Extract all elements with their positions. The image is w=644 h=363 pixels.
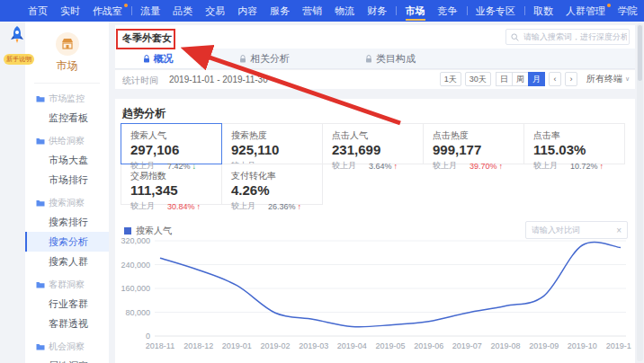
change-percent: 39.70% — [470, 162, 497, 171]
nav-item-7[interactable]: 服务 — [264, 0, 296, 22]
metric-card-1[interactable]: 搜索热度925,110较上月26.17%↑ — [221, 123, 323, 164]
sidebar-group-header-0[interactable]: 市场监控 — [25, 85, 109, 108]
sidebar-item[interactable]: 搜索人群 — [25, 252, 109, 271]
sidebar-item[interactable]: 客群透视 — [25, 314, 109, 333]
nav-item-5[interactable]: 交易 — [199, 0, 231, 22]
sidebar-group-header-1[interactable]: 供给洞察 — [25, 128, 109, 150]
x-axis-tick: 2019-02 — [260, 341, 290, 350]
nav-item-14[interactable]: 取数 — [527, 0, 559, 22]
x-axis-tick: 2019-05 — [375, 341, 405, 350]
date-filter-row: 统计时间 2019-11-01 - 2019-11-30 1天 30天 日周月 … — [115, 69, 635, 89]
range-30day-button[interactable]: 30天 — [465, 72, 491, 86]
y-axis-tick: 80,000 — [125, 308, 150, 317]
sidebar: 市场 市场监控监控看板供给洞察市场大盘市场排行搜索洞察搜索排行搜索分析搜索人群客… — [25, 22, 109, 363]
nav-item-label: 服务 — [270, 5, 290, 16]
compare-label: 较上月 — [130, 160, 155, 172]
nav-item-12[interactable]: 竞争 — [432, 0, 464, 22]
nav-item-label: 学院 — [618, 5, 638, 16]
metric-card-0[interactable]: 搜索人气297,106较上月7.42%↓ — [121, 123, 222, 164]
metric-card-6[interactable]: 支付转化率4.26%较上月26.36%↑ — [221, 164, 323, 205]
search-input[interactable] — [522, 31, 629, 42]
terminal-label: 所有终端 — [586, 73, 622, 85]
time-label: 统计时间 — [122, 75, 158, 87]
sidebar-group-header-2[interactable]: 搜索洞察 — [25, 190, 109, 212]
date-controls: 1天 30天 日周月 ‹ › 所有终端 ∨ — [436, 72, 630, 86]
series-line — [160, 242, 621, 326]
analyzed-keyword: 冬季外套女 — [122, 31, 172, 45]
x-axis-tick: 2019-10 — [568, 341, 597, 350]
sidebar-item[interactable]: 行业客群 — [25, 294, 109, 314]
sidebar-item[interactable]: 属性洞察 — [25, 356, 109, 363]
metric-compare: 较上月3.64%↑ — [332, 160, 423, 172]
sidebar-item[interactable]: 搜索分析 — [25, 232, 109, 252]
nav-item-label: 财务 — [367, 5, 387, 16]
metric-cards: 搜索人气297,106较上月7.42%↓搜索热度925,110较上月26.17%… — [121, 123, 628, 206]
sidebar-item[interactable]: 市场排行 — [25, 170, 109, 190]
nav-item-1[interactable]: 实时 — [54, 0, 86, 22]
metric-value: 231,699 — [332, 143, 423, 157]
metric-name: 点击热度 — [433, 129, 523, 142]
granularity-button-2[interactable]: 月 — [528, 72, 545, 86]
y-axis-tick: 240,000 — [121, 261, 150, 270]
compare-label: 较上月 — [231, 200, 255, 212]
compare-word-input[interactable] — [526, 225, 616, 235]
metric-card-3[interactable]: 点击热度999,177较上月39.70%↑ — [423, 123, 524, 164]
nav-item-15[interactable]: 人群管理 — [559, 0, 612, 22]
nav-item-0[interactable]: 首页 — [22, 0, 54, 22]
nav-item-4[interactable]: 品类 — [166, 0, 199, 22]
scrollbar[interactable] — [637, 23, 643, 361]
keyword-search-box[interactable] — [505, 29, 630, 45]
nav-item-2[interactable]: 作战室 — [86, 0, 129, 22]
metric-card-2[interactable]: 点击人气231,699较上月3.64%↑ — [322, 123, 424, 164]
helper-widget[interactable]: 新手说明 — [4, 25, 31, 65]
tab-2[interactable]: 类目构成 — [327, 49, 453, 68]
x-axis-tick: 2019-08 — [490, 341, 520, 350]
nav-item-11[interactable]: 市场 — [399, 0, 432, 22]
time-range-value[interactable]: 2019-11-01 - 2019-11-30 — [169, 75, 268, 84]
top-navbar: 首页实时作战室流量品类交易内容服务营销物流财务市场竞争业务专区取数人群管理学院 — [0, 0, 644, 22]
tab-1[interactable]: 相关分析 — [201, 49, 327, 68]
nav-item-16[interactable]: 学院 — [612, 0, 644, 22]
nav-item-3[interactable]: 流量 — [134, 0, 166, 22]
metric-value: 4.26% — [231, 183, 322, 198]
nav-item-10[interactable]: 财务 — [361, 0, 393, 22]
metric-card-4[interactable]: 点击率115.03%较上月10.72%↑ — [523, 123, 625, 164]
metric-value: 999,177 — [433, 143, 523, 157]
x-axis-tick: 2019-04 — [337, 341, 367, 350]
helper-badge[interactable]: 新手说明 — [4, 54, 34, 65]
nav-item-label: 交易 — [205, 5, 225, 16]
granularity-button-0[interactable]: 日 — [496, 72, 513, 86]
sidebar-item[interactable]: 监控看板 — [25, 108, 109, 128]
y-axis-tick: 160,000 — [121, 284, 150, 293]
prev-period-button[interactable]: ‹ — [549, 72, 561, 86]
sidebar-group-header-3[interactable]: 客群洞察 — [25, 271, 109, 294]
search-icon — [511, 33, 519, 41]
granularity-button-1[interactable]: 周 — [512, 72, 529, 86]
x-axis-tick: 2019-06 — [414, 341, 443, 350]
nav-item-label: 作战室 — [93, 5, 122, 16]
sidebar-item[interactable]: 搜索排行 — [25, 212, 109, 232]
nav-item-6[interactable]: 内容 — [231, 0, 264, 22]
section-title: 趋势分析 — [122, 106, 165, 121]
x-axis-tick: 2019-03 — [299, 341, 328, 350]
arrow-up-icon: ↑ — [394, 162, 398, 171]
nav-item-8[interactable]: 营销 — [296, 0, 328, 22]
nav-item-label: 营销 — [302, 5, 322, 16]
compare-label: 较上月 — [332, 160, 356, 172]
nav-item-label: 物流 — [335, 5, 354, 16]
x-axis-tick: 2019-09 — [529, 341, 559, 350]
sidebar-item[interactable]: 市场大盘 — [25, 150, 109, 170]
terminal-dropdown[interactable]: 所有终端 ∨ — [586, 73, 630, 85]
compare-label: 较上月 — [533, 160, 558, 172]
close-icon[interactable]: × — [616, 226, 627, 235]
nav-item-9[interactable]: 物流 — [328, 0, 361, 22]
next-period-button[interactable]: › — [565, 72, 577, 86]
nav-item-13[interactable]: 业务专区 — [470, 0, 522, 22]
sidebar-group-label: 机会洞察 — [49, 341, 85, 353]
tab-0[interactable]: 概况 — [115, 49, 201, 68]
scrollbar-thumb[interactable] — [638, 25, 642, 81]
range-1day-button[interactable]: 1天 — [440, 72, 461, 86]
sidebar-group-header-4[interactable]: 机会洞察 — [25, 333, 109, 356]
legend-swatch — [124, 227, 131, 235]
metric-name: 点击率 — [533, 129, 624, 142]
